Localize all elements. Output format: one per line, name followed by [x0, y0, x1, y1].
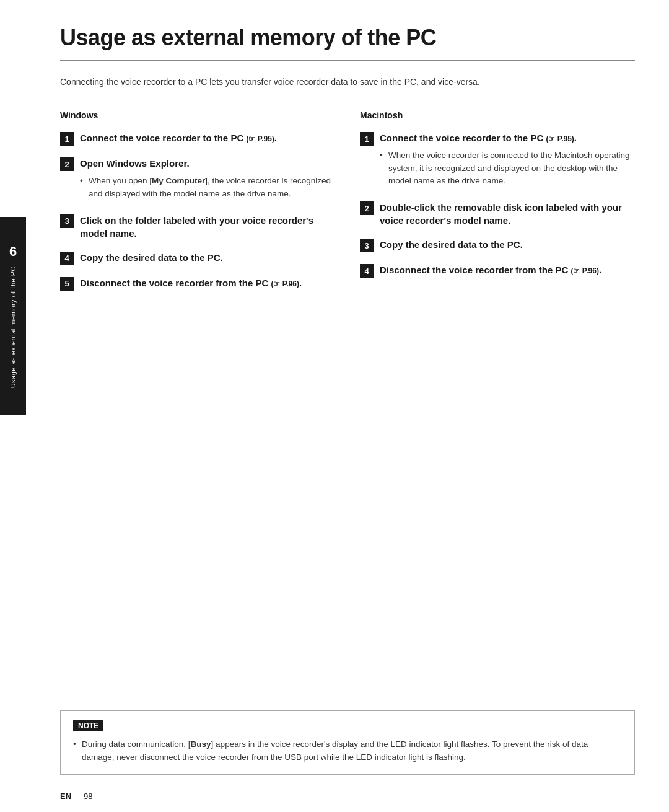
mac-step-1-content: Connect the voice recorder to the PC (☞ … — [380, 131, 635, 190]
windows-step-5-content: Disconnect the voice recorder from the P… — [80, 276, 302, 289]
footer-lang: EN — [60, 792, 71, 801]
windows-step-3-content: Click on the folder labeled with your vo… — [80, 214, 335, 240]
intro-text: Connecting the voice recorder to a PC le… — [60, 75, 635, 89]
windows-step-2-sublist: When you open [My Computer], the voice r… — [80, 175, 335, 200]
windows-step-5-number: 5 — [60, 277, 74, 291]
mac-step-2: 2 Double-click the removable disk icon l… — [360, 201, 635, 227]
main-content: Usage as external memory of the PC Conne… — [26, 0, 669, 327]
page-title: Usage as external memory of the PC — [60, 25, 635, 61]
windows-step-1: 1 Connect the voice recorder to the PC (… — [60, 131, 335, 146]
mac-step-2-content: Double-click the removable disk icon lab… — [380, 201, 635, 227]
windows-step-2-content: Open Windows Explorer. When you open [My… — [80, 157, 335, 203]
footer-page: 98 — [84, 792, 92, 801]
macintosh-header: Macintosh — [360, 105, 635, 120]
windows-column: Windows 1 Connect the voice recorder to … — [60, 105, 335, 302]
mac-step-4-content: Disconnect the voice recorder from the P… — [380, 263, 601, 276]
mac-step-3-content: Copy the desired data to the PC. — [380, 238, 523, 251]
mac-step-3: 3 Copy the desired data to the PC. — [360, 238, 635, 252]
windows-step-2-sub-1: When you open [My Computer], the voice r… — [80, 175, 335, 200]
mac-step-4: 4 Disconnect the voice recorder from the… — [360, 263, 635, 278]
windows-step-3: 3 Click on the folder labeled with your … — [60, 214, 335, 240]
side-tab-number: 6 — [9, 244, 17, 260]
mac-step-3-number: 3 — [360, 239, 374, 252]
note-content: During data communication, [Busy] appear… — [73, 738, 622, 764]
footer: EN 98 — [26, 792, 669, 801]
windows-step-4-number: 4 — [60, 252, 74, 265]
mac-step-4-number: 4 — [360, 264, 374, 278]
mac-step-1-sublist: When the voice recorder is connected to … — [380, 149, 635, 187]
windows-step-4: 4 Copy the desired data to the PC. — [60, 251, 335, 265]
side-tab: 6 Usage as external memory of the PC — [0, 217, 26, 415]
windows-step-1-content: Connect the voice recorder to the PC (☞ … — [80, 131, 277, 144]
windows-step-2-number: 2 — [60, 157, 74, 171]
windows-step-3-number: 3 — [60, 214, 74, 228]
columns-container: Windows 1 Connect the voice recorder to … — [60, 105, 635, 302]
windows-step-5: 5 Disconnect the voice recorder from the… — [60, 276, 335, 291]
note-item-1: During data communication, [Busy] appear… — [73, 738, 622, 764]
mac-step-1-sub-1: When the voice recorder is connected to … — [380, 149, 635, 187]
note-label: NOTE — [73, 720, 103, 731]
windows-step-1-number: 1 — [60, 132, 74, 146]
note-box: NOTE During data communication, [Busy] a… — [60, 710, 635, 775]
windows-step-2: 2 Open Windows Explorer. When you open [… — [60, 157, 335, 203]
macintosh-column: Macintosh 1 Connect the voice recorder t… — [360, 105, 635, 302]
windows-step-4-content: Copy the desired data to the PC. — [80, 251, 223, 264]
windows-header: Windows — [60, 105, 335, 120]
side-tab-text: Usage as external memory of the PC — [9, 266, 17, 388]
mac-step-1: 1 Connect the voice recorder to the PC (… — [360, 131, 635, 190]
mac-step-1-number: 1 — [360, 132, 374, 146]
mac-step-2-number: 2 — [360, 201, 374, 215]
